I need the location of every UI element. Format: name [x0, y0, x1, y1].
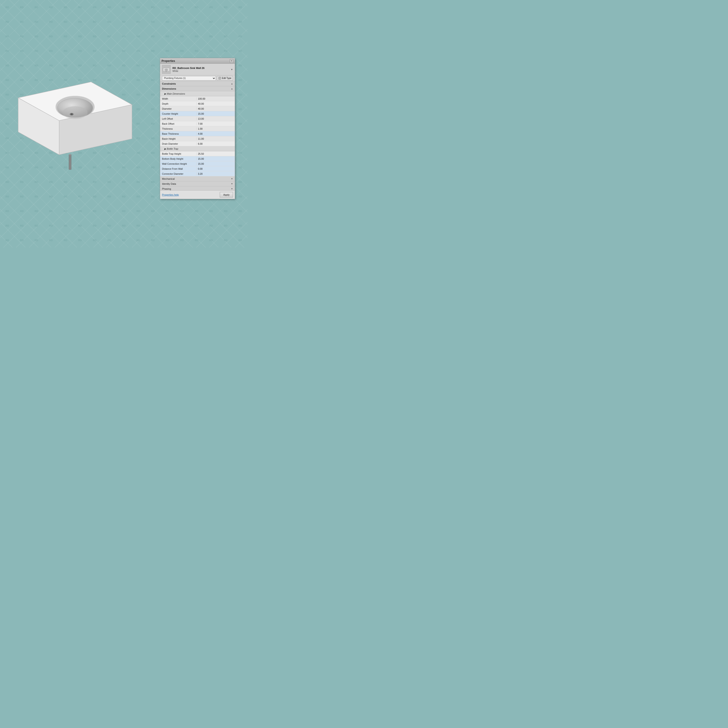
connector-diameter-input[interactable]	[197, 172, 234, 176]
prop-value-drain-diameter: 6.00	[197, 142, 235, 145]
bottle-trap-group[interactable]: ▶ Bottle Trap	[160, 146, 235, 151]
item-icon	[162, 65, 171, 74]
distance-from-wall-input[interactable]	[197, 167, 234, 171]
prop-row-connector-diameter: Connector Diameter	[160, 171, 235, 176]
apply-button[interactable]: Apply	[220, 192, 233, 197]
properties-help-link[interactable]: Properties help	[162, 193, 179, 196]
prop-row-diameter: Diameter 40.00	[160, 106, 235, 111]
item-info: RD_Bathroom Sink Wall 26 White	[173, 66, 205, 72]
section-identity-data[interactable]: Identity Data ▼	[160, 181, 235, 186]
base-thickness-input[interactable]	[197, 132, 234, 136]
svg-rect-9	[69, 155, 71, 170]
svg-point-13	[165, 69, 167, 70]
constraints-collapse-icon: ▲	[231, 83, 233, 85]
prop-label-distance-from-wall: Distance From Wall	[160, 167, 197, 170]
prop-label-wall-connection-height: Wall Connection Height	[160, 162, 197, 165]
header-arrow: ▼	[231, 68, 233, 71]
identity-data-label: Identity Data	[162, 182, 176, 185]
phasing-label: Phasing	[162, 187, 171, 190]
identity-data-collapse-icon: ▼	[231, 183, 233, 185]
svg-rect-14	[166, 71, 166, 72]
prop-row-counter-height: Counter Height	[160, 111, 235, 116]
edit-type-label: Edit Type	[222, 77, 231, 80]
properties-panel: Properties × RD_Bathroom Sink Wall 26 Wh…	[160, 58, 235, 199]
prop-row-drain-diameter: Drain Diameter 6.00	[160, 141, 235, 146]
prop-row-depth: Depth 40.00	[160, 101, 235, 106]
panel-header: RD_Bathroom Sink Wall 26 White ▼	[160, 64, 235, 75]
item-sub: White	[173, 70, 205, 72]
section-constraints[interactable]: Constraints ▲	[160, 81, 235, 86]
prop-value-distance-from-wall[interactable]	[197, 167, 235, 171]
prop-value-width: 100.00	[197, 97, 235, 100]
mechanical-collapse-icon: ▼	[231, 178, 233, 180]
sink-illustration	[5, 64, 145, 173]
svg-point-7	[70, 113, 73, 115]
prop-row-distance-from-wall: Distance From Wall	[160, 166, 235, 171]
prop-label-bottom-body-height: Bottom Body Height	[160, 158, 197, 160]
prop-row-base-thickness: Base Thickness	[160, 131, 235, 136]
prop-label-drain-diameter: Drain Diameter	[160, 142, 197, 145]
prop-label-width: Width	[160, 97, 197, 100]
panel-close-button[interactable]: ×	[230, 59, 233, 63]
section-phasing[interactable]: Phasing ▼	[160, 186, 235, 190]
prop-label-base-thickness: Base Thickness	[160, 132, 197, 135]
prop-label-depth: Depth	[160, 102, 197, 105]
prop-row-basin-height: Basin Height 11.00	[160, 136, 235, 141]
panel-footer: Properties help Apply	[160, 190, 235, 199]
main-dimensions-label: ▶ Main Dimensions	[160, 92, 187, 95]
dimensions-label: Dimensions	[162, 87, 176, 90]
prop-row-width: Width 100.00	[160, 96, 235, 101]
prop-label-thickness: Thickness	[160, 127, 197, 130]
prop-value-thickness: 1.00	[197, 127, 235, 130]
section-mechanical[interactable]: Mechanical ▼	[160, 176, 235, 181]
mechanical-label: Mechanical	[162, 177, 175, 180]
prop-value-wall-connection-height[interactable]	[197, 162, 235, 166]
prop-value-back-offset: 7.00	[197, 122, 235, 125]
prop-label-counter-height: Counter Height	[160, 112, 197, 115]
main-dimensions-group[interactable]: ▶ Main Dimensions	[160, 91, 235, 96]
prop-value-bottle-trap-height: 25.50	[197, 153, 235, 155]
prop-value-left-offset: 13.00	[197, 118, 235, 120]
prop-row-back-offset: Back Offset 7.00	[160, 121, 235, 126]
prop-row-bottle-trap-height: Bottle Trap Height 25.50	[160, 151, 235, 156]
prop-value-basin-height: 11.00	[197, 138, 235, 140]
bottom-body-height-input[interactable]	[197, 157, 234, 161]
prop-row-wall-connection-height: Wall Connection Height	[160, 161, 235, 166]
prop-label-basin-height: Basin Height	[160, 138, 197, 140]
item-name: RD_Bathroom Sink Wall 26	[173, 66, 205, 70]
phasing-collapse-icon: ▼	[231, 188, 233, 190]
prop-row-bottom-body-height: Bottom Body Height	[160, 156, 235, 161]
panel-titlebar: Properties ×	[160, 58, 235, 64]
prop-label-connector-diameter: Connector Diameter	[160, 173, 197, 175]
constraints-label: Constraints	[162, 83, 176, 85]
prop-row-thickness: Thickness 1.00	[160, 126, 235, 131]
prop-value-bottom-body-height[interactable]	[197, 157, 235, 161]
category-dropdown[interactable]: Plumbing Fixtures (1)	[162, 76, 216, 81]
prop-value-connector-diameter[interactable]	[197, 172, 235, 176]
prop-label-bottle-trap-height: Bottle Trap Height	[160, 153, 197, 155]
prop-row-left-offset: Left Offset 13.00	[160, 116, 235, 121]
prop-label-diameter: Diameter	[160, 107, 197, 110]
svg-point-10	[69, 154, 71, 155]
prop-value-base-thickness[interactable]	[197, 132, 235, 136]
edit-type-button[interactable]: Edit Type	[217, 76, 233, 81]
counter-height-input[interactable]	[197, 112, 234, 116]
wall-connection-height-input[interactable]	[197, 162, 234, 166]
prop-label-back-offset: Back Offset	[160, 122, 197, 125]
bottle-trap-group-label: ▶ Bottle Trap	[160, 147, 180, 150]
panel-content: Constraints ▲ Dimensions ▲ ▶ Main Dimens…	[160, 81, 235, 190]
prop-label-left-offset: Left Offset	[160, 118, 197, 120]
prop-value-depth: 40.00	[197, 102, 235, 105]
prop-value-counter-height[interactable]	[197, 112, 235, 116]
dropdown-row: Plumbing Fixtures (1) Edit Type	[160, 75, 235, 81]
svg-point-5	[63, 106, 87, 119]
prop-value-diameter: 40.00	[197, 107, 235, 110]
dimensions-collapse-icon: ▲	[231, 87, 233, 90]
panel-title: Properties	[162, 60, 175, 63]
section-dimensions[interactable]: Dimensions ▲	[160, 86, 235, 91]
